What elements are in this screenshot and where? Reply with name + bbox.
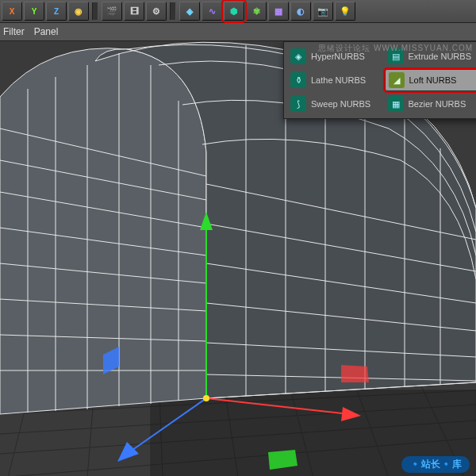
menu-loft-nurbs[interactable]: ◢ Loft NURBS bbox=[385, 69, 477, 91]
menu-label: Bezier NURBS bbox=[409, 99, 466, 109]
loft-icon: ◢ bbox=[389, 72, 405, 88]
menu-label: Lathe NURBS bbox=[311, 75, 366, 85]
light-button[interactable]: 💡 bbox=[335, 2, 355, 21]
array-button[interactable]: ✾ bbox=[246, 2, 267, 21]
axis-y-button[interactable]: Y bbox=[24, 2, 44, 21]
svg-point-50 bbox=[203, 395, 209, 401]
axis-x-button[interactable]: X bbox=[2, 2, 22, 21]
svg-marker-46 bbox=[117, 442, 139, 462]
hypernurbs-icon: ◈ bbox=[290, 48, 306, 64]
bezier-icon: ▦ bbox=[388, 96, 404, 112]
svg-marker-49 bbox=[341, 365, 369, 382]
render-region-button[interactable]: 🎞 bbox=[124, 2, 144, 21]
sweep-icon: ⟆ bbox=[290, 96, 306, 112]
render-view-button[interactable]: 🎬 bbox=[102, 2, 122, 21]
axis-z-button[interactable]: Z bbox=[46, 2, 67, 21]
coord-system-button[interactable]: ◉ bbox=[68, 2, 89, 21]
toolbar: X Y Z ◉ 🎬 🎞 ⚙ ◈ ∿ ⬢ ✾ ▦ ◐ 📷 💡 bbox=[0, 0, 476, 23]
viewport-3d[interactable]: ◈ HyperNURBS ▤ Extrude NURBS ⚱ Lathe NUR… bbox=[0, 41, 476, 476]
camera-button[interactable]: 📷 bbox=[313, 2, 333, 21]
watermark-top: 思绪设计论坛 WWW.MISSYUAN.COM bbox=[318, 43, 473, 54]
highlight-box bbox=[221, 0, 247, 23]
menu-label: Sweep NURBS bbox=[311, 99, 370, 109]
menu-label: Loft NURBS bbox=[409, 75, 457, 85]
cube-primitive-button[interactable]: ◈ bbox=[179, 2, 200, 21]
watermark-badge: 🔹站长🔹库 bbox=[401, 456, 470, 473]
deformer-button[interactable]: ▦ bbox=[268, 2, 289, 21]
lathe-icon: ⚱ bbox=[290, 72, 306, 88]
menu-panel[interactable]: Panel bbox=[34, 26, 59, 37]
separator bbox=[92, 2, 98, 20]
spline-button[interactable]: ∿ bbox=[202, 2, 222, 21]
menu-sweep-nurbs[interactable]: ⟆ Sweep NURBS bbox=[287, 93, 383, 115]
separator bbox=[170, 2, 176, 20]
environment-button[interactable]: ◐ bbox=[290, 2, 311, 21]
menu-bezier-nurbs[interactable]: ▦ Bezier NURBS bbox=[385, 93, 477, 115]
viewport-menubar: Filter Panel bbox=[0, 23, 476, 41]
render-settings-button[interactable]: ⚙ bbox=[146, 2, 167, 21]
menu-filter[interactable]: Filter bbox=[3, 26, 25, 37]
menu-lathe-nurbs[interactable]: ⚱ Lathe NURBS bbox=[287, 69, 383, 91]
nurbs-button[interactable]: ⬢ bbox=[224, 2, 244, 21]
